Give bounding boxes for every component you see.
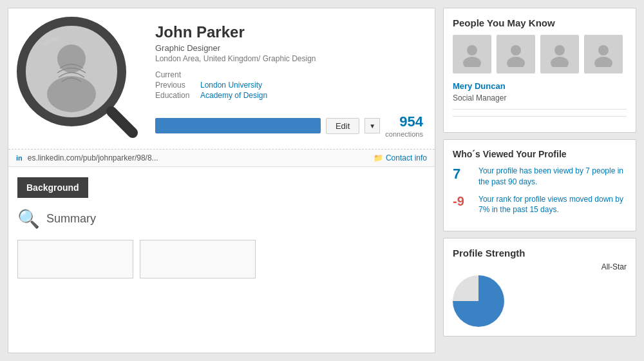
- person-role: Social Manager: [453, 93, 627, 102]
- linkedin-icon: in: [16, 154, 23, 162]
- profile-url-bar: in es.linkedin.com/pub/johnparker/98/8..…: [8, 150, 435, 167]
- connections-count: 954 connections: [385, 113, 423, 138]
- people-row: [453, 35, 627, 73]
- strength-title: Profile Strength: [453, 248, 627, 259]
- stat-row-2: -9 Your rank for profile views moved dow…: [453, 194, 627, 216]
- portfolio-boxes: [8, 240, 435, 278]
- folder-icon: 📁: [374, 153, 383, 162]
- progress-bar: [155, 118, 321, 133]
- profile-title: Graphic Designer: [155, 43, 423, 53]
- edit-row: Edit ▼ 954 connections: [155, 113, 423, 138]
- profile-info: John Parker Graphic Designer London Area…: [155, 20, 423, 138]
- magnifier-icon: [14, 14, 142, 142]
- connections-label: connections: [385, 130, 423, 138]
- contact-info-label: Contact info: [386, 153, 427, 162]
- avatar-3: [540, 35, 579, 73]
- profile-name: John Parker: [155, 23, 423, 41]
- left-panel: John Parker Graphic Designer London Area…: [8, 8, 435, 353]
- connections-number: 954: [385, 113, 423, 130]
- svg-point-8: [507, 57, 525, 67]
- background-section: Background 🔍 Summary: [8, 167, 435, 278]
- all-star-row: All-Star: [453, 262, 627, 271]
- strength-circle: [453, 275, 504, 327]
- profile-url: es.linkedin.com/pub/johnparker/98/8...: [28, 153, 158, 162]
- background-header: Background: [17, 177, 88, 198]
- portfolio-box-2: [140, 240, 256, 278]
- divider-1: [453, 109, 627, 110]
- summary-icon: 🔍: [17, 208, 40, 229]
- right-panel: People You May Know Mery Duncan Social M…: [443, 8, 636, 353]
- profile-header: John Parker Graphic Designer London Area…: [8, 8, 435, 150]
- svg-point-2: [47, 76, 96, 112]
- profile-details: Current Previous London University Educa…: [155, 70, 423, 101]
- edit-button[interactable]: Edit: [326, 118, 359, 134]
- dropdown-arrow[interactable]: ▼: [365, 118, 380, 133]
- previous-value: London University: [200, 80, 270, 90]
- views-card: Who´s Viewed Your Profile 7 Your profile…: [443, 139, 636, 231]
- stat-row-1: 7 Your profile has been viewd by 7 peopl…: [453, 166, 627, 188]
- education-label: Education: [155, 90, 200, 101]
- education-value: Academy of Design: [200, 90, 270, 101]
- avatar-2: [497, 35, 535, 73]
- svg-point-1: [57, 44, 86, 73]
- portfolio-box-1: [17, 240, 133, 278]
- previous-label: Previous: [155, 80, 200, 90]
- profile-location: London Area, United Kingdom/ Graphic Des…: [155, 54, 423, 63]
- contact-info-link[interactable]: 📁 Contact info: [374, 153, 427, 162]
- avatar-1: [453, 35, 491, 73]
- page-layout: John Parker Graphic Designer London Area…: [0, 0, 644, 361]
- stat-number-1: 7: [453, 166, 472, 182]
- svg-point-5: [467, 45, 477, 55]
- stat-text-1: Your profile has been viewd by 7 people …: [478, 166, 627, 188]
- strength-card: Profile Strength All-Star: [443, 238, 636, 337]
- profile-photo-area: [20, 20, 142, 142]
- divider-2: [453, 116, 627, 117]
- svg-point-11: [598, 45, 609, 55]
- people-card: People You May Know Mery Duncan Social M…: [443, 8, 636, 133]
- current-label: Current: [155, 70, 200, 80]
- person-name[interactable]: Mery Duncan: [453, 81, 627, 91]
- svg-point-7: [511, 45, 521, 55]
- svg-line-4: [111, 112, 133, 133]
- svg-point-6: [463, 57, 481, 67]
- stat-text-2: Your rank for profile views moved down b…: [478, 194, 627, 216]
- views-title: Who´s Viewed Your Profile: [453, 149, 627, 159]
- svg-point-12: [594, 57, 612, 67]
- stat-number-2: -9: [453, 194, 472, 209]
- strength-bar-area: [453, 275, 627, 327]
- summary-section: 🔍 Summary: [8, 208, 435, 229]
- people-title: People You May Know: [453, 17, 627, 28]
- summary-label: Summary: [46, 212, 96, 226]
- avatar-4: [584, 35, 623, 73]
- svg-point-9: [554, 45, 565, 55]
- all-star-label: All-Star: [601, 262, 627, 271]
- svg-point-10: [551, 57, 569, 67]
